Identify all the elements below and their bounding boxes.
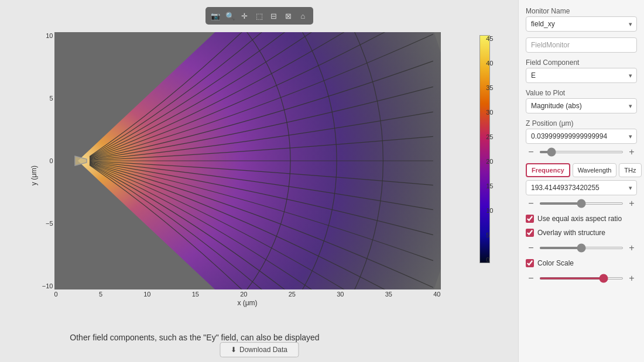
x-axis-label: x (μm) — [54, 299, 441, 307]
zoom-in-rect-icon[interactable]: ⬚ — [253, 9, 266, 22]
y-tick-labels: 10 5 0 −5 −10 — [37, 32, 53, 289]
camera-icon[interactable]: 📷 — [209, 9, 222, 22]
field-component-select-wrapper: E H Ex Ey Ez — [526, 68, 637, 83]
color-scale-checkbox[interactable] — [526, 259, 534, 267]
color-scale-row: Color Scale — [526, 259, 637, 267]
color-scale-minus-button[interactable]: − — [526, 273, 536, 284]
plot-container: y (μm) 10 5 0 −5 −10 0 5 10 15 20 25 30 … — [19, 32, 499, 319]
z-position-label: Z Position (μm) — [526, 119, 637, 127]
z-position-select-wrapper: 0.039999999999999994 — [526, 129, 637, 144]
overlay-slider-row: − + — [526, 243, 637, 253]
frequency-button[interactable]: Frequency — [526, 163, 570, 177]
monitor-name-select[interactable]: field_xy — [526, 16, 637, 32]
plot-toolbar: 📷 🔍 ✛ ⬚ ⊟ ⊠ ⌂ — [205, 7, 313, 25]
overlay-structure-row: Overlay with structure — [526, 229, 637, 237]
equal-axis-row: Use equal axis aspect ratio — [526, 215, 637, 223]
freq-value-select-wrapper: 193.41449373420255 — [526, 180, 637, 195]
color-scale-plus-button[interactable]: + — [626, 273, 637, 284]
home-icon[interactable]: ⌂ — [297, 9, 310, 22]
caption-text: Other field components, such as the "Ey"… — [0, 330, 389, 344]
right-panel: Monitor Name field_xy Field Component E … — [518, 0, 644, 362]
field-component-select[interactable]: E H Ex Ey Ez — [526, 68, 637, 83]
freq-plus-button[interactable]: + — [626, 198, 637, 209]
overlay-slider[interactable] — [539, 247, 624, 249]
zoom-out-icon[interactable]: ⊟ — [268, 9, 280, 22]
freq-selector-row: Frequency Wavelength THz — [526, 163, 637, 177]
overlay-structure-label: Overlay with structure — [537, 229, 605, 237]
type-field — [526, 37, 637, 53]
field-component-label: Field Component — [526, 58, 637, 67]
equal-axis-label: Use equal axis aspect ratio — [537, 215, 622, 223]
equal-axis-checkbox[interactable] — [526, 215, 534, 223]
z-position-plus-button[interactable]: + — [626, 147, 637, 157]
color-scale-slider-row: − + — [526, 273, 637, 284]
value-to-plot-select[interactable]: Magnitude (abs) Real Imaginary Phase — [526, 98, 637, 113]
z-position-minus-button[interactable]: − — [526, 147, 536, 157]
field-plot[interactable] — [54, 32, 441, 289]
z-position-select[interactable]: 0.039999999999999994 — [526, 129, 637, 144]
colorbar-labels: 45 40 35 30 25 20 15 10 5 0 — [473, 35, 493, 263]
value-to-plot-select-wrapper: Magnitude (abs) Real Imaginary Phase — [526, 98, 637, 113]
freq-minus-button[interactable]: − — [526, 198, 536, 209]
x-tick-labels: 0 5 10 15 20 25 30 35 40 — [54, 291, 441, 298]
thz-button[interactable]: THz — [619, 163, 641, 177]
wavelength-button[interactable]: Wavelength — [573, 163, 617, 177]
download-icon: ⬇ — [231, 346, 237, 354]
z-position-slider[interactable] — [539, 151, 624, 153]
reset-icon[interactable]: ⊠ — [282, 9, 295, 22]
freq-slider[interactable] — [539, 202, 624, 205]
freq-value-select[interactable]: 193.41449373420255 — [526, 180, 637, 195]
color-scale-slider[interactable] — [539, 277, 624, 280]
color-scale-label: Color Scale — [537, 259, 574, 267]
overlay-plus-button[interactable]: + — [626, 243, 637, 253]
overlay-structure-checkbox[interactable] — [526, 229, 534, 237]
colorbar: 45 40 35 30 25 20 15 10 5 0 — [476, 35, 494, 287]
zoom-icon[interactable]: 🔍 — [224, 9, 237, 22]
download-data-button[interactable]: ⬇ Download Data — [220, 342, 299, 357]
monitor-name-select-wrapper: field_xy — [526, 16, 637, 32]
monitor-name-label: Monitor Name — [526, 7, 637, 15]
left-panel: 📷 🔍 ✛ ⬚ ⊟ ⊠ ⌂ y (μm) 10 5 0 −5 −10 0 5 1… — [0, 0, 518, 362]
overlay-minus-button[interactable]: − — [526, 243, 536, 253]
value-to-plot-label: Value to Plot — [526, 89, 637, 97]
pan-icon[interactable]: ✛ — [238, 9, 251, 22]
